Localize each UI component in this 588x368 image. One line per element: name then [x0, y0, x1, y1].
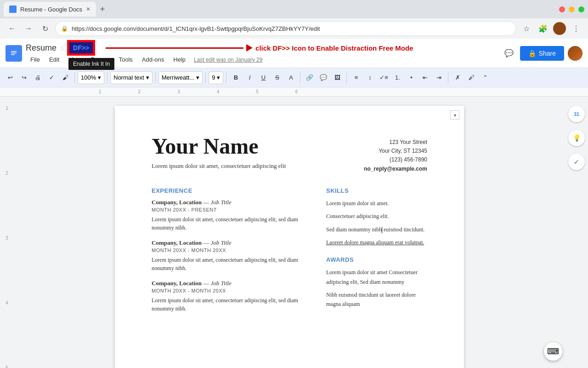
job-2-description[interactable]: Lorem ipsum dolor sit amet, consectetuer…	[152, 256, 308, 272]
docs-app-icon	[6, 45, 22, 62]
job-2-date: MONTH 20XX - MONTH 20XX	[152, 247, 308, 253]
underline-button[interactable]: U	[257, 71, 270, 84]
page-area[interactable]: ▾ Your Name Lorem ipsum dolor sit amet, …	[14, 97, 565, 368]
print-button[interactable]: 🖨	[31, 71, 44, 84]
awards-item-1: Lorem ipsum dolor sit amet Consectetuer …	[326, 268, 427, 287]
svg-rect-2	[11, 52, 17, 53]
contact-city: Your City, ST 12345	[364, 147, 427, 155]
reload-button[interactable]: ↻	[39, 22, 51, 35]
extensions-icon[interactable]: 🧩	[537, 22, 549, 35]
comment-button[interactable]: 💬	[317, 71, 330, 84]
menu-addons[interactable]: Add-ons	[137, 54, 169, 65]
page-number-3: 3	[6, 236, 8, 241]
page-number-4: 4	[6, 300, 8, 305]
forward-button[interactable]: →	[22, 22, 35, 35]
link-button[interactable]: 🔗	[303, 71, 316, 84]
window-minimize-button[interactable]	[569, 6, 575, 12]
image-button[interactable]: 🖼	[331, 71, 344, 84]
table-dropdown[interactable]: ▾	[450, 110, 459, 120]
share-button[interactable]: 🔒 Share	[520, 46, 564, 61]
docs-header: Resume ☆ DF>> Enable Ink It In click DF>…	[0, 39, 588, 68]
toolbar-sep-1	[74, 72, 75, 83]
tab-bar: Resume - Google Docs ✕ +	[4, 0, 555, 18]
spellcheck-button[interactable]: ✓	[45, 71, 58, 84]
indent-more-button[interactable]: ⇥	[432, 71, 445, 84]
italic-button[interactable]: I	[243, 71, 256, 84]
menu-help[interactable]: Help	[169, 54, 190, 65]
contact-street: 123 Your Street	[364, 138, 427, 147]
lightbulb-icon[interactable]: 💡	[568, 130, 585, 146]
user-avatar[interactable]	[568, 46, 582, 61]
strikethrough-button[interactable]: S	[271, 71, 283, 84]
font-select[interactable]: Merriweatt... ▾	[158, 71, 203, 84]
menu-file[interactable]: File	[26, 54, 45, 65]
resume-contact: 123 Your Street Your City, ST 12345 (123…	[364, 133, 427, 173]
undo-button[interactable]: ↩	[4, 71, 17, 84]
resume-header-section: Your Name Lorem ipsum dolor sit amet, co…	[152, 133, 427, 173]
document-page[interactable]: ▾ Your Name Lorem ipsum dolor sit amet, …	[115, 106, 464, 368]
skills-item-2: Consectetuer adipiscing elit.	[326, 212, 427, 221]
chrome-tab-bar: Resume - Google Docs ✕ +	[0, 0, 588, 18]
bookmark-icon[interactable]: ☆	[520, 22, 533, 35]
numbered-list-button[interactable]: 1.	[391, 71, 404, 84]
df-button[interactable]: DF>>	[68, 41, 94, 54]
experience-section: EXPERIENCE Company, Location — Job Title…	[152, 187, 308, 320]
size-select[interactable]: 9 ▾	[209, 71, 223, 84]
tasks-icon[interactable]: ✓	[568, 154, 585, 170]
df-tooltip: Enable Ink It In	[68, 58, 114, 70]
clear-format-button[interactable]: ✗	[451, 71, 464, 84]
window-close-button[interactable]	[559, 6, 565, 12]
back-button[interactable]: ←	[6, 22, 18, 35]
assistant-button[interactable]: ⌨	[544, 342, 562, 361]
job-2-title: Company, Location — Job Title	[152, 239, 308, 247]
window-maximize-button[interactable]	[578, 6, 584, 12]
skills-item-1: Lorem ipsum dolor sit amet.	[326, 199, 427, 208]
calendar-icon[interactable]: 31	[568, 106, 585, 122]
menu-icon[interactable]: ⋮	[570, 22, 582, 35]
resume-name[interactable]: Your Name	[152, 133, 286, 159]
contact-email: no_reply@example.com	[364, 165, 427, 173]
docs-toolbar: ↩ ↪ 🖨 ✓ 🖌 100% ▾ Normal text ▾ Merriweat…	[0, 68, 588, 87]
bold-button[interactable]: B	[229, 71, 242, 84]
redo-button[interactable]: ↪	[17, 71, 30, 84]
checklist-button[interactable]: ✓≡	[377, 71, 390, 84]
expand-button[interactable]: ⌃	[479, 71, 492, 84]
skills-title: SKILLS	[326, 187, 427, 194]
address-bar[interactable]: 🔒 https://docs.google.com/document/d/1_l…	[55, 21, 516, 36]
indent-less-button[interactable]: ⇤	[418, 71, 431, 84]
toolbar-sep-4	[205, 72, 206, 83]
lock-share-icon: 🔒	[528, 50, 536, 57]
awards-title: AWARDS	[326, 256, 427, 263]
docs-content-area: 1 2 3 4 5 ▾ Your Name Lorem ipsum dolor …	[0, 97, 588, 368]
awards-item-2: Nibh euismod tincidunt ut laoreet dolore…	[326, 290, 427, 309]
header-right: 💬 🔒 Share	[502, 46, 582, 61]
job-1-description[interactable]: Lorem ipsum dolor sit amet, consectetuer…	[152, 215, 308, 232]
last-edit-text[interactable]: Last edit was on January 29	[194, 57, 262, 63]
resume-subtitle[interactable]: Lorem ipsum dolor sit amet, consectetuer…	[152, 162, 286, 170]
toolbar-sep-3	[155, 72, 156, 83]
style-select[interactable]: Normal text ▾	[110, 71, 152, 84]
lock-icon: 🔒	[61, 25, 68, 32]
new-tab-button[interactable]: +	[96, 3, 109, 16]
job-3-description[interactable]: Lorem ipsum dolor sit amet, consectetuer…	[152, 296, 308, 313]
ruler: 1 2 3 4 5 6	[0, 87, 588, 97]
menu-edit[interactable]: Edit	[45, 54, 64, 65]
format-more-button[interactable]: 🖋	[465, 71, 478, 84]
tab-title: Resume - Google Docs	[20, 6, 82, 13]
job-1-date: MONTH 20XX - PRESENT	[152, 207, 308, 213]
document-title[interactable]: Resume	[26, 43, 57, 53]
comments-button[interactable]: 💬	[502, 46, 516, 61]
align-button[interactable]: ≡	[350, 71, 362, 84]
tab-close-button[interactable]: ✕	[86, 6, 90, 12]
active-tab[interactable]: Resume - Google Docs ✕	[4, 2, 96, 17]
experience-title: EXPERIENCE	[152, 187, 308, 194]
star-icon[interactable]: ☆	[59, 44, 66, 52]
profile-icon[interactable]	[553, 22, 566, 35]
paint-format-button[interactable]: 🖌	[59, 71, 72, 84]
highlight-button[interactable]: A	[284, 71, 297, 84]
zoom-select[interactable]: 100% ▾	[78, 71, 104, 84]
menu-tools[interactable]: Tools	[114, 54, 137, 65]
docs-title-area: Resume ☆ DF>> Enable Ink It In click DF>…	[26, 41, 413, 65]
bulleted-list-button[interactable]: •	[405, 71, 418, 84]
line-spacing-button[interactable]: ↕	[363, 71, 376, 84]
